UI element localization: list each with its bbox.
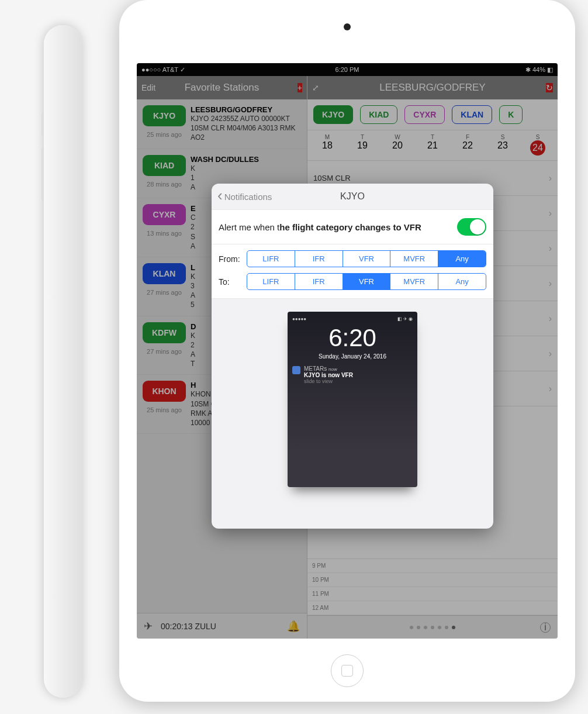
day-cell[interactable]: S23 xyxy=(491,134,514,156)
segment-option[interactable]: IFR xyxy=(295,274,343,289)
station-chips: KJYOKIADCYXRKLANK xyxy=(307,99,558,130)
edit-button[interactable]: Edit xyxy=(141,83,155,92)
to-segment[interactable]: LIFRIFRVFRMVFRAny xyxy=(247,273,486,290)
add-button[interactable]: + xyxy=(298,83,302,92)
station-age: 27 mins ago xyxy=(147,348,182,355)
station-chip[interactable]: KLAN xyxy=(452,105,492,124)
from-label: From: xyxy=(219,254,247,264)
segment-option[interactable]: VFR xyxy=(343,251,391,267)
hour-labels: 9 PM10 PM11 PM12 AM xyxy=(307,558,558,615)
day-cell[interactable]: M18 xyxy=(316,134,339,156)
ipad-side-mock xyxy=(44,25,82,698)
pilot-icon[interactable]: ✈︎ xyxy=(144,620,153,633)
ipad-device: ●●○○○ AT&T ✓ 6:20 PM ✱ 44% ◧ Edit Favori… xyxy=(119,0,575,702)
station-age: 25 mins ago xyxy=(147,406,182,413)
station-metar: C2SA xyxy=(191,213,196,251)
station-chip[interactable]: KJYO xyxy=(313,105,353,124)
hour-label: 12 AM xyxy=(307,601,558,615)
chevron-right-icon: › xyxy=(549,243,552,254)
station-name: WASH DC/DULLES xyxy=(191,155,259,164)
favorites-footer: ✈︎ 00:20:13 ZULU 🔔 xyxy=(137,613,307,639)
day-cell[interactable]: W20 xyxy=(386,134,409,156)
to-row: To: LIFRIFRVFRMVFRAny xyxy=(219,273,486,290)
phone-preview: ●●●●●◧ ✈︎ ◉ 6:20 Sunday, January 24, 201… xyxy=(288,312,417,487)
favorites-nav: Edit Favorite Stations + xyxy=(137,76,307,99)
segment-option[interactable]: LIFR xyxy=(247,274,295,289)
day-cell[interactable]: T19 xyxy=(351,134,374,156)
chevron-right-icon: › xyxy=(549,313,552,324)
station-age: 25 mins ago xyxy=(147,131,182,138)
station-name: LEESBURG/GODFREY xyxy=(191,105,301,114)
chevron-right-icon: › xyxy=(549,208,552,219)
station-name: D xyxy=(191,322,196,331)
segment-option[interactable]: LIFR xyxy=(247,251,295,267)
station-pill: KDFW xyxy=(143,322,186,343)
from-row: From: LIFRIFRVFRMVFRAny xyxy=(219,250,486,267)
app-screen: ●●○○○ AT&T ✓ 6:20 PM ✱ 44% ◧ Edit Favori… xyxy=(137,63,558,639)
day-cell[interactable]: T21 xyxy=(421,134,444,156)
station-age: 13 mins ago xyxy=(147,230,182,237)
station-chip[interactable]: KIAD xyxy=(360,105,397,124)
segment-option[interactable]: Any xyxy=(438,251,486,267)
station-age: 27 mins ago xyxy=(147,289,182,296)
day-cell[interactable]: S24 xyxy=(526,134,549,156)
segment-option[interactable]: MVFR xyxy=(390,251,438,267)
station-chip[interactable]: K xyxy=(499,105,523,124)
home-button[interactable] xyxy=(331,654,364,687)
alert-popover: Notifications KJYO Alert me when the fli… xyxy=(212,184,493,529)
segment-option[interactable]: Any xyxy=(438,274,486,289)
info-icon[interactable]: i xyxy=(540,622,551,633)
status-bar: ●●○○○ AT&T ✓ 6:20 PM ✱ 44% ◧ xyxy=(137,63,558,76)
station-pill: CYXR xyxy=(143,204,186,225)
from-segment[interactable]: LIFRIFRVFRMVFRAny xyxy=(247,250,486,267)
chevron-right-icon: › xyxy=(549,278,552,289)
refresh-icon[interactable]: ↻ xyxy=(546,83,553,92)
expand-icon[interactable]: ⤢ xyxy=(312,83,319,92)
station-name: L xyxy=(191,263,195,272)
page-dots[interactable]: i xyxy=(307,615,558,639)
station-pill: KHON xyxy=(143,381,186,402)
station-metar: KJYO 242355Z AUTO 00000KT 10SM CLR M04/M… xyxy=(191,114,301,143)
day-picker[interactable]: M18T19W20T21F22S23S24 xyxy=(307,130,558,161)
station-age: 28 mins ago xyxy=(147,181,182,188)
status-time: 6:20 PM xyxy=(137,66,558,73)
segment-option[interactable]: VFR xyxy=(343,274,391,289)
station-chip[interactable]: CYXR xyxy=(404,105,445,124)
station-pill: KLAN xyxy=(143,263,186,284)
phone-time: 6:20 xyxy=(288,324,417,352)
zulu-time: 00:20:13 ZULU xyxy=(161,622,216,631)
hour-label: 10 PM xyxy=(307,573,558,587)
phone-date: Sunday, January 24, 2016 xyxy=(288,353,417,360)
notif-app-icon xyxy=(292,366,300,374)
detail-nav: ⤢ LEESBURG/GODFREY ↻ xyxy=(307,76,558,99)
popover-nav: Notifications KJYO xyxy=(212,184,493,209)
station-name: E xyxy=(191,204,196,213)
segment-block: From: LIFRIFRVFRMVFRAny To: LIFRIFRVFRMV… xyxy=(212,244,493,299)
alert-text: Alert me when the flight category change… xyxy=(219,222,421,232)
to-label: To: xyxy=(219,277,247,287)
chevron-right-icon: › xyxy=(549,349,552,359)
alert-toggle[interactable] xyxy=(457,218,486,236)
hour-label: 11 PM xyxy=(307,587,558,601)
station-row[interactable]: KJYO25 mins agoLEESBURG/GODFREYKJYO 2423… xyxy=(137,99,307,149)
chevron-right-icon: › xyxy=(549,384,552,394)
segment-option[interactable]: IFR xyxy=(295,251,343,267)
segment-option[interactable]: MVFR xyxy=(390,274,438,289)
phone-notification: METARs now KJYO is now VFR slide to view xyxy=(292,365,413,384)
station-metar: K2AT xyxy=(191,331,196,369)
station-pill: KIAD xyxy=(143,155,186,176)
alerts-icon[interactable]: 🔔 xyxy=(287,620,300,633)
day-cell[interactable]: F22 xyxy=(456,134,479,156)
detail-title: LEESBURG/GODFREY xyxy=(307,82,558,94)
favorites-title: Favorite Stations xyxy=(137,82,307,94)
camera xyxy=(344,23,351,30)
hour-label: 9 PM xyxy=(307,559,558,573)
station-pill: KJYO xyxy=(143,105,186,126)
popover-title: KJYO xyxy=(212,191,493,202)
chevron-right-icon: › xyxy=(549,173,552,184)
alert-toggle-row: Alert me when the flight category change… xyxy=(212,209,493,244)
station-metar: K3A5 xyxy=(191,272,195,310)
